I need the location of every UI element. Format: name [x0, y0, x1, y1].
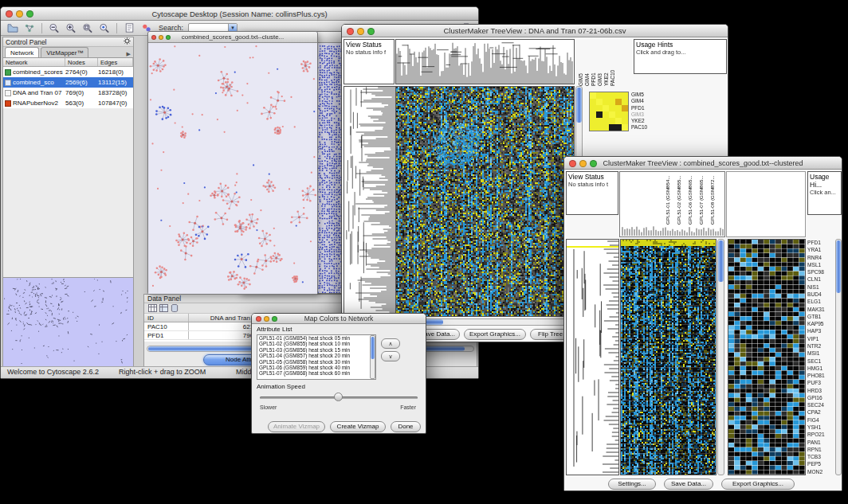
scroll-thumb[interactable]: [576, 88, 582, 123]
map-dialog-titlebar[interactable]: Map Colors to Network: [252, 314, 426, 324]
gene-label[interactable]: ELG1: [807, 298, 834, 305]
attribute-list-item[interactable]: GPL51-07 (GSM868) heat shock 60 min: [257, 370, 375, 376]
gene-label[interactable]: RPN1: [807, 446, 834, 453]
close-button[interactable]: [256, 316, 261, 322]
zoom-button[interactable]: [166, 35, 171, 40]
zoom-button[interactable]: [367, 28, 375, 35]
zoom-in-icon[interactable]: [64, 21, 78, 34]
gene-vscrollbar[interactable]: [835, 239, 842, 475]
tab-network[interactable]: Network: [5, 47, 39, 57]
gene-label[interactable]: PEP5: [807, 460, 834, 467]
gene-label[interactable]: HMG1: [807, 365, 834, 372]
minimize-button[interactable]: [16, 10, 23, 18]
annotation-icon[interactable]: [122, 21, 136, 34]
tab-overflow-arrow-icon[interactable]: ▶: [124, 51, 133, 57]
gene-label[interactable]: HAP3: [807, 327, 834, 334]
expression-heatmap[interactable]: [395, 86, 575, 317]
network-frame-titlebar[interactable]: combined_scores_good.txt--cluste...: [148, 32, 317, 43]
gene-label[interactable]: GPI16: [807, 394, 834, 401]
main-window-titlebar[interactable]: Cytoscape Desktop (Session Name: collins…: [1, 7, 478, 21]
gene-label[interactable]: TCB3: [807, 453, 834, 460]
gene-label[interactable]: GTB1: [807, 313, 834, 320]
gene-label[interactable]: PHO81: [807, 372, 834, 379]
matrix-row-label[interactable]: GIM5: [631, 92, 663, 98]
slider-thumb[interactable]: [334, 393, 343, 401]
network-list-row[interactable]: DNA and Tran 07769(0)183728(0): [3, 88, 133, 98]
animation-speed-slider[interactable]: [260, 393, 418, 402]
gene-label[interactable]: MSL1: [807, 261, 834, 268]
minimize-button[interactable]: [159, 35, 163, 40]
gene-label[interactable]: SEC24: [807, 401, 834, 408]
zoom-button[interactable]: [26, 10, 33, 18]
export-graphics-button[interactable]: Export Graphics...: [464, 329, 526, 340]
gene-label[interactable]: RNR4: [807, 254, 834, 261]
zoom-out-icon[interactable]: [47, 21, 61, 34]
matrix-row-label[interactable]: GIM4: [631, 98, 663, 104]
minimize-button[interactable]: [357, 28, 364, 35]
settings-button[interactable]: Settings...: [608, 479, 656, 490]
gene-label[interactable]: CPA2: [807, 408, 834, 416]
gene-label[interactable]: CLN1: [807, 275, 834, 283]
gene-label[interactable]: MAK31: [807, 306, 834, 313]
network-list-row[interactable]: combined_scores2764(0)16218(0): [3, 67, 133, 77]
attribute-list-item[interactable]: GPL51-02 (GSM855) heat shock 10 min: [257, 341, 375, 346]
attribute-list-scrollbar[interactable]: [370, 335, 375, 379]
treeview-dna-titlebar[interactable]: ClusterMaker TreeView : DNA and Tran 07-…: [342, 25, 728, 37]
zoom-fit-icon[interactable]: [80, 21, 95, 34]
gene-label[interactable]: SEC1: [807, 357, 834, 365]
scroll-thumb[interactable]: [836, 240, 841, 293]
save-data-button[interactable]: Save Data...: [664, 479, 713, 490]
gene-label[interactable]: YRA1: [807, 246, 834, 253]
column-dendrogram[interactable]: [395, 39, 575, 84]
network-canvas[interactable]: [148, 43, 317, 294]
zoom-button[interactable]: [272, 316, 277, 322]
minimize-button[interactable]: [264, 316, 269, 322]
attribute-list-item[interactable]: GPL51-06 (GSM859) heat shock 40 min: [257, 365, 375, 370]
gear-icon[interactable]: [124, 37, 131, 46]
close-button[interactable]: [347, 28, 354, 35]
network-overview-thumbnail[interactable]: [3, 277, 133, 366]
gene-label[interactable]: PAN1: [807, 439, 834, 446]
matrix-row-label[interactable]: GIM3: [631, 111, 663, 118]
tab-vizmapper[interactable]: VizMapper™: [41, 47, 88, 57]
gene-label[interactable]: BUD4: [807, 291, 834, 298]
gene-label[interactable]: MON2: [807, 468, 834, 475]
close-button[interactable]: [6, 10, 13, 18]
gene-label[interactable]: MSI1: [807, 350, 834, 357]
zoom-button[interactable]: [590, 160, 597, 167]
import-network-icon[interactable]: [22, 21, 37, 34]
global-heatmap[interactable]: [620, 239, 716, 475]
move-up-button[interactable]: ∧: [381, 338, 400, 349]
open-folder-icon[interactable]: [6, 21, 20, 34]
network-list-row[interactable]: combined_sco2569(6)13112(15): [3, 77, 133, 88]
attribute-list-item[interactable]: GPL51-03 (GSM856) heat shock 15 min: [257, 347, 375, 353]
gene-label[interactable]: RPO21: [807, 431, 834, 438]
zoom-heatmap[interactable]: [728, 239, 806, 475]
attribute-list-item[interactable]: GPL51-05 (GSM858) heat shock 30 min: [257, 359, 375, 365]
network-list-row[interactable]: RNAPuberNov2563(0)107847(0): [3, 98, 133, 108]
matrix-row-label[interactable]: PAC10: [631, 124, 663, 131]
gene-label[interactable]: NTR2: [807, 342, 834, 350]
network-view-frame[interactable]: combined_scores_good.txt--cluste...: [147, 31, 318, 295]
matrix-row-label[interactable]: YKE2: [631, 118, 663, 124]
gene-label[interactable]: KAP95: [807, 320, 834, 327]
treeview-combined-titlebar[interactable]: ClusterMaker TreeView : combined_scores_…: [564, 157, 842, 170]
correlation-matrix[interactable]: [589, 92, 629, 131]
zoom-selected-icon[interactable]: [97, 21, 112, 34]
gene-label[interactable]: PUF3: [807, 379, 834, 386]
minimize-button[interactable]: [579, 160, 587, 167]
close-button[interactable]: [569, 160, 576, 167]
gene-label[interactable]: FIG4: [807, 416, 834, 424]
done-button[interactable]: Done: [391, 421, 421, 432]
attribute-list-item[interactable]: GPL51-01 (GSM854) heat shock 05 min: [257, 335, 375, 341]
gene-label[interactable]: NIS1: [807, 283, 834, 291]
gene-label[interactable]: HRD3: [807, 387, 834, 394]
attribute-list-item[interactable]: GPL51-04 (GSM857) heat shock 20 min: [257, 353, 375, 358]
row-dendrogram[interactable]: [344, 86, 396, 317]
matrix-row-label[interactable]: PFD1: [631, 105, 663, 111]
column-dendrogram[interactable]: [621, 225, 724, 236]
create-vizmap-button[interactable]: Create Vizmap: [330, 421, 386, 432]
scroll-thumb[interactable]: [718, 240, 724, 282]
scroll-thumb[interactable]: [371, 337, 375, 359]
move-down-button[interactable]: ∨: [381, 351, 400, 361]
